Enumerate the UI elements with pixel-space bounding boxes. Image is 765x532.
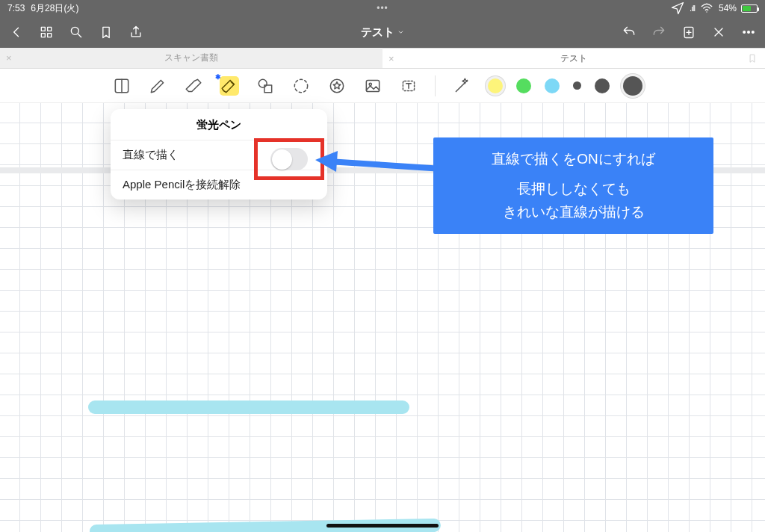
redo-button[interactable] [651,25,666,40]
callout-line: 直線で描くをONにすれば [445,148,701,170]
eraser-tool[interactable] [184,76,203,96]
multitask-dots[interactable]: ••• [377,3,388,13]
location-icon [670,1,685,16]
document-title-text: テスト [361,25,394,40]
highlight-stroke [88,400,409,414]
svg-rect-0 [41,27,45,31]
document-tabs: × スキャン書類 × テスト [0,48,765,69]
svg-point-7 [748,31,750,34]
svg-point-12 [294,79,307,92]
battery-pct: 54% [719,3,737,13]
undo-button[interactable] [622,25,637,40]
drawing-toolbar: ✱ [0,69,765,103]
signal-icon: .ıll [690,4,695,13]
stamp-tool[interactable] [327,76,347,96]
stroke-size-large[interactable] [623,76,642,96]
popover-title: 蛍光ペン [111,109,327,140]
svg-point-4 [71,27,78,34]
ios-status-bar: 7:53 6月28日(火) ••• .ıll 54% [0,0,765,16]
home-indicator[interactable] [326,524,439,528]
share-button[interactable] [128,25,143,40]
text-tool[interactable] [399,76,418,96]
shapes-tool[interactable] [255,76,275,96]
back-button[interactable] [9,25,24,40]
tab-close-icon[interactable]: × [388,53,394,64]
highlighter-tool[interactable]: ✱ [220,76,239,96]
wifi-icon [699,1,714,16]
tab-test[interactable]: × テスト [382,48,765,68]
tab-close-icon[interactable]: × [6,52,12,64]
app-toolbar: テスト [0,16,765,48]
svg-point-15 [369,83,371,85]
toolbar-divider [435,75,436,96]
add-page-button[interactable] [681,25,696,40]
view-mode-button[interactable] [112,76,131,96]
stroke-size-small[interactable] [573,81,581,90]
callout-line: 長押ししなくても [445,178,701,200]
tab-label: スキャン書類 [164,52,218,64]
search-button[interactable] [69,25,84,40]
status-date: 6月28日(火) [31,2,78,15]
magic-wand-tool[interactable] [452,76,471,96]
svg-point-8 [752,31,755,34]
callout-line: きれいな直線が描ける [445,201,701,223]
color-swatch-lightblue[interactable] [545,78,560,93]
chevron-down-icon [397,28,405,36]
draw-line-label: 直線で描く [123,148,179,162]
svg-point-10 [258,79,267,87]
svg-rect-14 [366,80,379,91]
svg-rect-1 [48,27,52,31]
status-time: 7:53 [7,3,25,13]
disconnect-pencil-label: Apple Pencilを接続解除 [123,178,241,192]
pen-tool[interactable] [148,76,167,96]
toggle-knob [272,149,292,170]
svg-rect-2 [41,34,45,37]
svg-point-6 [743,31,746,34]
battery-icon [741,4,758,13]
tab-label: テスト [560,52,587,65]
lasso-tool[interactable] [291,76,311,96]
image-tool[interactable] [363,76,382,96]
tab-scan-docs[interactable]: × スキャン書類 [0,48,382,68]
more-button[interactable] [741,25,756,40]
bluetooth-badge-icon: ✱ [215,73,221,81]
close-button[interactable] [711,25,726,40]
stroke-size-medium[interactable] [595,78,610,93]
bookmark-button[interactable] [99,25,114,40]
svg-rect-3 [48,34,52,37]
annotation-highlight-box [254,138,324,180]
grid-button[interactable] [39,25,54,40]
document-title[interactable]: テスト [361,25,405,40]
bookmark-corner-icon[interactable] [747,53,758,66]
color-swatch-yellow[interactable] [488,78,503,93]
color-swatches [488,76,642,96]
color-swatch-green[interactable] [516,78,531,93]
draw-line-toggle[interactable] [270,148,308,170]
annotation-callout: 直線で描くをONにすれば 長押ししなくても きれいな直線が描ける [433,137,713,234]
